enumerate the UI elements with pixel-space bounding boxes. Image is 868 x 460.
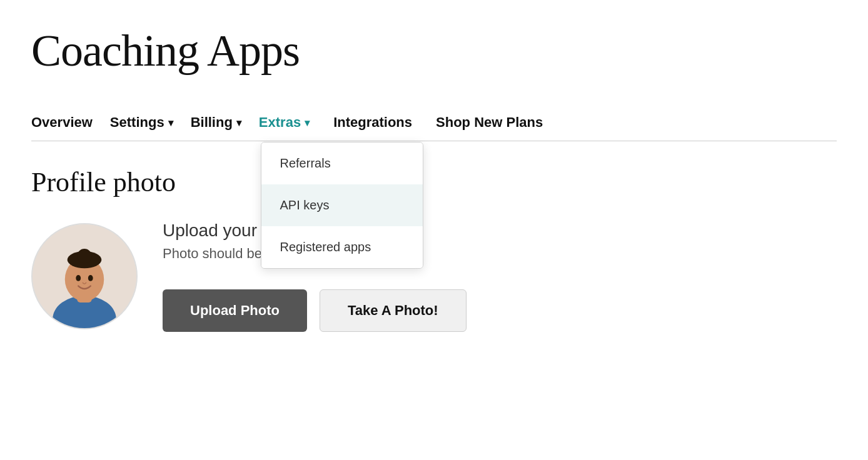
svg-point-7 [88, 275, 93, 281]
profile-photo-title: Profile photo [31, 166, 837, 198]
nav-item-integrations[interactable]: Integrations [333, 114, 430, 131]
page-wrapper: Coaching Apps Overview Settings ▾ Billin… [0, 0, 868, 357]
nav-item-billing[interactable]: Billing ▾ [191, 114, 259, 131]
profile-section: Profile photo [31, 166, 837, 332]
page-title: Coaching Apps [31, 25, 837, 77]
nav-shop-label: Shop New Plans [436, 114, 543, 131]
dropdown-item-referrals[interactable]: Referrals [261, 142, 423, 184]
chevron-down-icon: ▾ [305, 117, 310, 129]
nav-bar: Overview Settings ▾ Billing ▾ Extras ▾ R… [31, 114, 837, 141]
profile-content: Upload your photo ... Photo should be at… [31, 221, 837, 332]
dropdown-item-api-keys[interactable]: API keys [261, 184, 423, 226]
extras-dropdown-menu: Referrals API keys Registered apps [261, 142, 423, 269]
nav-item-settings[interactable]: Settings ▾ [110, 114, 191, 131]
nav-billing-label: Billing [191, 114, 233, 131]
button-row: Upload Photo Take A Photo! [163, 289, 467, 332]
svg-point-5 [77, 249, 91, 263]
nav-integrations-label: Integrations [333, 114, 412, 131]
nav-item-extras[interactable]: Extras ▾ [259, 114, 327, 131]
api-keys-label: API keys [280, 198, 330, 212]
chevron-down-icon: ▾ [236, 117, 241, 129]
extras-dropdown-wrapper: Extras ▾ Referrals API keys Registered a… [259, 114, 327, 131]
referrals-label: Referrals [280, 156, 331, 170]
registered-apps-label: Registered apps [280, 240, 371, 254]
avatar-image [33, 223, 136, 329]
nav-item-shop-new-plans[interactable]: Shop New Plans [436, 114, 560, 131]
nav-overview-label: Overview [31, 114, 93, 131]
nav-item-overview[interactable]: Overview [31, 114, 110, 131]
dropdown-item-registered-apps[interactable]: Registered apps [261, 226, 423, 268]
take-photo-button[interactable]: Take A Photo! [320, 289, 467, 332]
chevron-down-icon: ▾ [168, 117, 173, 129]
avatar [31, 223, 138, 329]
svg-point-6 [76, 275, 81, 281]
nav-settings-label: Settings [110, 114, 164, 131]
upload-photo-button[interactable]: Upload Photo [163, 289, 307, 332]
nav-extras-label: Extras [259, 114, 301, 131]
